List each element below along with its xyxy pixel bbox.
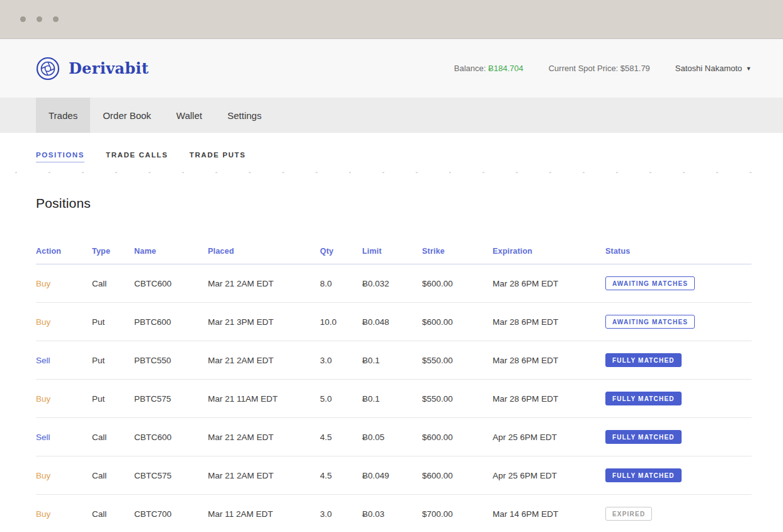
- brand-home-link[interactable]: Derivabit: [36, 57, 149, 81]
- cell-name: CBTC600: [134, 264, 208, 303]
- cell-action: Buy: [36, 380, 92, 418]
- positions-table: Action Type Name Placed Qty Limit Strike…: [36, 247, 752, 532]
- cell-placed: Mar 11 2AM EDT: [208, 495, 320, 532]
- cell-expiration: Mar 28 6PM EDT: [493, 380, 605, 418]
- subnav-trade-calls[interactable]: TRADE CALLS: [106, 151, 168, 162]
- cell-name: PBTC575: [134, 380, 208, 418]
- cell-name: PBTC550: [134, 341, 208, 380]
- column-header-expiration: Expiration: [493, 247, 605, 264]
- cell-strike: $550.00: [422, 341, 493, 380]
- cell-limit: Ƀ0.1: [362, 380, 422, 418]
- tab-trades[interactable]: Trades: [36, 98, 90, 133]
- cell-type: Call: [92, 418, 134, 456]
- cell-name: PBTC600: [134, 303, 208, 341]
- cell-limit: Ƀ0.049: [362, 456, 422, 495]
- cell-placed: Mar 21 2AM EDT: [208, 341, 320, 380]
- cell-limit: Ƀ0.05: [362, 418, 422, 456]
- user-name: Satoshi Nakamoto: [675, 64, 742, 73]
- subnav-positions[interactable]: POSITIONS: [36, 151, 84, 162]
- action-link[interactable]: Buy: [36, 471, 50, 480]
- column-header-name: Name: [134, 247, 208, 264]
- cell-name: CBTC700: [134, 495, 208, 532]
- cell-status: FULLY MATCHED: [605, 380, 752, 418]
- cell-qty: 4.5: [320, 418, 362, 456]
- cell-status: FULLY MATCHED: [605, 341, 752, 380]
- action-link[interactable]: Buy: [36, 317, 50, 327]
- cell-action: Buy: [36, 264, 92, 303]
- action-link[interactable]: Buy: [36, 509, 50, 519]
- cell-expiration: Mar 28 6PM EDT: [493, 341, 605, 380]
- balance-display: Balance: Ƀ184.704: [454, 64, 523, 73]
- cell-qty: 10.0: [320, 303, 362, 341]
- cell-status: FULLY MATCHED: [605, 418, 752, 456]
- subnav-trade-puts[interactable]: TRADE PUTS: [190, 151, 246, 162]
- cell-action: Buy: [36, 495, 92, 532]
- cell-strike: $600.00: [422, 418, 493, 456]
- table-row: Buy Put PBTC600 Mar 21 3PM EDT 10.0 Ƀ0.0…: [36, 303, 752, 341]
- column-header-placed: Placed: [208, 247, 320, 264]
- cell-limit: Ƀ0.048: [362, 303, 422, 341]
- table-row: Sell Call CBTC600 Mar 21 2AM EDT 4.5 Ƀ0.…: [36, 418, 752, 456]
- main-content: POSITIONS TRADE CALLS TRADE PUTS Positio…: [0, 133, 783, 532]
- table-row: Buy Put PBTC575 Mar 21 11AM EDT 5.0 Ƀ0.1…: [36, 380, 752, 418]
- tab-settings[interactable]: Settings: [215, 98, 274, 133]
- cell-status: FULLY MATCHED: [605, 456, 752, 495]
- window-button-minimize[interactable]: [37, 16, 42, 22]
- action-link[interactable]: Sell: [36, 433, 50, 442]
- column-header-qty: Qty: [320, 247, 362, 264]
- cell-type: Put: [92, 380, 134, 418]
- tab-wallet[interactable]: Wallet: [164, 98, 215, 133]
- cell-expiration: Mar 14 6PM EDT: [493, 495, 605, 532]
- cell-type: Call: [92, 495, 134, 532]
- cell-limit: Ƀ0.03: [362, 495, 422, 532]
- cell-type: Call: [92, 456, 134, 495]
- cell-qty: 8.0: [320, 264, 362, 303]
- cell-type: Put: [92, 341, 134, 380]
- user-menu[interactable]: Satoshi Nakamoto ▼: [675, 64, 752, 73]
- table-header-row: Action Type Name Placed Qty Limit Strike…: [36, 247, 752, 264]
- column-header-action: Action: [36, 247, 92, 264]
- cell-status: EXPIRED: [605, 495, 752, 532]
- status-badge: AWAITING MATCHES: [605, 315, 695, 329]
- cell-qty: 3.0: [320, 495, 362, 532]
- cell-expiration: Mar 28 6PM EDT: [493, 303, 605, 341]
- header-right: Balance: Ƀ184.704 Current Spot Price: $5…: [454, 64, 752, 73]
- page-title: Positions: [36, 196, 752, 211]
- cell-limit: Ƀ0.032: [362, 264, 422, 303]
- balance-label: Balance:: [454, 64, 486, 73]
- window-button-maximize[interactable]: [53, 16, 59, 22]
- derivabit-logo-icon: [36, 57, 60, 81]
- status-badge: FULLY MATCHED: [605, 468, 682, 482]
- cell-name: CBTC575: [134, 456, 208, 495]
- decorative-tick-line: [0, 172, 783, 173]
- column-header-strike: Strike: [422, 247, 493, 264]
- table-row: Buy Call CBTC700 Mar 11 2AM EDT 3.0 Ƀ0.0…: [36, 495, 752, 532]
- window-button-close[interactable]: [20, 16, 26, 22]
- cell-strike: $700.00: [422, 495, 493, 532]
- tab-order-book[interactable]: Order Book: [90, 98, 164, 133]
- cell-placed: Mar 21 2AM EDT: [208, 418, 320, 456]
- cell-strike: $600.00: [422, 303, 493, 341]
- cell-strike: $550.00: [422, 380, 493, 418]
- status-badge: EXPIRED: [605, 507, 652, 521]
- action-link[interactable]: Buy: [36, 394, 50, 404]
- cell-type: Put: [92, 303, 134, 341]
- balance-value: Ƀ184.704: [488, 64, 523, 73]
- action-link[interactable]: Buy: [36, 279, 50, 288]
- positions-table-body: Buy Call CBTC600 Mar 21 2AM EDT 8.0 Ƀ0.0…: [36, 264, 752, 532]
- cell-placed: Mar 21 2AM EDT: [208, 264, 320, 303]
- cell-placed: Mar 21 3PM EDT: [208, 303, 320, 341]
- cell-action: Buy: [36, 303, 92, 341]
- app-header: Derivabit Balance: Ƀ184.704 Current Spot…: [0, 39, 783, 98]
- window-titlebar: [0, 0, 783, 39]
- cell-qty: 3.0: [320, 341, 362, 380]
- column-header-status: Status: [605, 247, 752, 264]
- cell-placed: Mar 21 2AM EDT: [208, 456, 320, 495]
- cell-qty: 5.0: [320, 380, 362, 418]
- cell-status: AWAITING MATCHES: [605, 264, 752, 303]
- chevron-down-icon: ▼: [746, 65, 752, 72]
- action-link[interactable]: Sell: [36, 356, 50, 365]
- cell-expiration: Mar 28 6PM EDT: [493, 264, 605, 303]
- column-header-type: Type: [92, 247, 134, 264]
- status-badge: FULLY MATCHED: [605, 430, 682, 444]
